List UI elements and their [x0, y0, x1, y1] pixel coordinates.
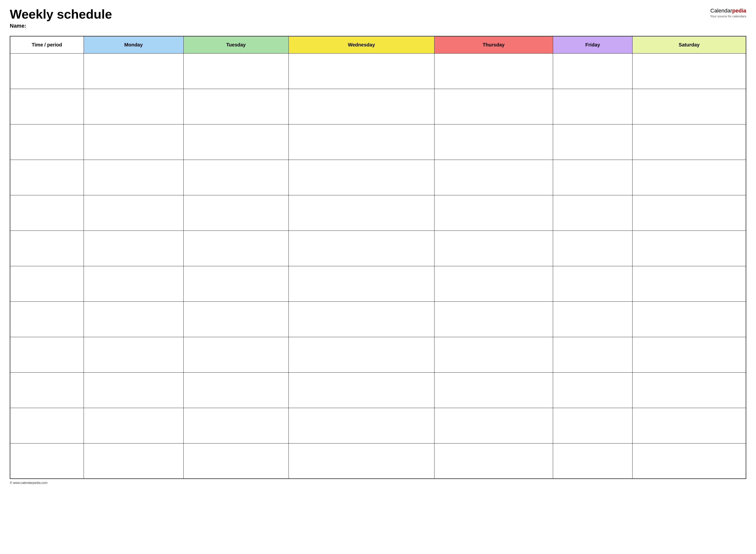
thursday-cell[interactable]: [434, 160, 553, 195]
saturday-cell[interactable]: [633, 53, 746, 89]
time-cell[interactable]: [10, 337, 84, 372]
tuesday-cell[interactable]: [183, 195, 288, 230]
wednesday-cell[interactable]: [288, 443, 434, 479]
saturday-cell[interactable]: [633, 124, 746, 160]
saturday-cell[interactable]: [633, 195, 746, 230]
tuesday-cell[interactable]: [183, 53, 288, 89]
time-cell[interactable]: [10, 266, 84, 301]
table-row: [10, 195, 746, 230]
wednesday-cell[interactable]: [288, 89, 434, 124]
friday-cell[interactable]: [553, 337, 632, 372]
thursday-cell[interactable]: [434, 372, 553, 408]
friday-cell[interactable]: [553, 195, 632, 230]
monday-cell[interactable]: [84, 408, 183, 443]
wednesday-cell[interactable]: [288, 53, 434, 89]
thursday-cell[interactable]: [434, 124, 553, 160]
friday-cell[interactable]: [553, 443, 632, 479]
saturday-cell[interactable]: [633, 443, 746, 479]
saturday-cell[interactable]: [633, 372, 746, 408]
time-cell[interactable]: [10, 443, 84, 479]
table-row: [10, 266, 746, 301]
thursday-cell[interactable]: [434, 89, 553, 124]
tuesday-cell[interactable]: [183, 89, 288, 124]
table-row: [10, 230, 746, 266]
thursday-cell[interactable]: [434, 443, 553, 479]
time-cell[interactable]: [10, 53, 84, 89]
thursday-cell[interactable]: [434, 408, 553, 443]
col-header-monday: Monday: [84, 36, 183, 53]
monday-cell[interactable]: [84, 372, 183, 408]
wednesday-cell[interactable]: [288, 230, 434, 266]
tuesday-cell[interactable]: [183, 372, 288, 408]
monday-cell[interactable]: [84, 443, 183, 479]
tuesday-cell[interactable]: [183, 124, 288, 160]
header-row: Time / period Monday Tuesday Wednesday T…: [10, 36, 746, 53]
tuesday-cell[interactable]: [183, 337, 288, 372]
tuesday-cell[interactable]: [183, 160, 288, 195]
wednesday-cell[interactable]: [288, 337, 434, 372]
logo-tagline: Your source for calendars: [710, 14, 746, 18]
col-header-friday: Friday: [553, 36, 632, 53]
time-cell[interactable]: [10, 195, 84, 230]
tuesday-cell[interactable]: [183, 443, 288, 479]
monday-cell[interactable]: [84, 337, 183, 372]
friday-cell[interactable]: [553, 408, 632, 443]
monday-cell[interactable]: [84, 195, 183, 230]
time-cell[interactable]: [10, 301, 84, 337]
col-header-tuesday: Tuesday: [183, 36, 288, 53]
saturday-cell[interactable]: [633, 266, 746, 301]
time-cell[interactable]: [10, 408, 84, 443]
friday-cell[interactable]: [553, 53, 632, 89]
col-header-saturday: Saturday: [633, 36, 746, 53]
saturday-cell[interactable]: [633, 230, 746, 266]
wednesday-cell[interactable]: [288, 195, 434, 230]
friday-cell[interactable]: [553, 89, 632, 124]
friday-cell[interactable]: [553, 124, 632, 160]
table-row: [10, 53, 746, 89]
thursday-cell[interactable]: [434, 230, 553, 266]
saturday-cell[interactable]: [633, 89, 746, 124]
friday-cell[interactable]: [553, 301, 632, 337]
thursday-cell[interactable]: [434, 53, 553, 89]
time-cell[interactable]: [10, 89, 84, 124]
time-cell[interactable]: [10, 160, 84, 195]
time-cell[interactable]: [10, 230, 84, 266]
monday-cell[interactable]: [84, 266, 183, 301]
table-row: [10, 443, 746, 479]
time-cell[interactable]: [10, 124, 84, 160]
monday-cell[interactable]: [84, 301, 183, 337]
logo-pedia-text: pedia: [732, 8, 746, 14]
logo-section: Calendarpedia Your source for calendars: [710, 7, 746, 18]
tuesday-cell[interactable]: [183, 408, 288, 443]
saturday-cell[interactable]: [633, 160, 746, 195]
saturday-cell[interactable]: [633, 408, 746, 443]
table-row: [10, 337, 746, 372]
thursday-cell[interactable]: [434, 337, 553, 372]
monday-cell[interactable]: [84, 89, 183, 124]
thursday-cell[interactable]: [434, 301, 553, 337]
monday-cell[interactable]: [84, 124, 183, 160]
wednesday-cell[interactable]: [288, 372, 434, 408]
friday-cell[interactable]: [553, 230, 632, 266]
thursday-cell[interactable]: [434, 195, 553, 230]
tuesday-cell[interactable]: [183, 301, 288, 337]
monday-cell[interactable]: [84, 160, 183, 195]
wednesday-cell[interactable]: [288, 408, 434, 443]
monday-cell[interactable]: [84, 53, 183, 89]
friday-cell[interactable]: [553, 160, 632, 195]
wednesday-cell[interactable]: [288, 160, 434, 195]
thursday-cell[interactable]: [434, 266, 553, 301]
tuesday-cell[interactable]: [183, 230, 288, 266]
friday-cell[interactable]: [553, 266, 632, 301]
tuesday-cell[interactable]: [183, 266, 288, 301]
table-row: [10, 372, 746, 408]
wednesday-cell[interactable]: [288, 266, 434, 301]
friday-cell[interactable]: [553, 372, 632, 408]
wednesday-cell[interactable]: [288, 124, 434, 160]
wednesday-cell[interactable]: [288, 301, 434, 337]
saturday-cell[interactable]: [633, 337, 746, 372]
title-section: Weekly schedule Name:: [10, 7, 112, 34]
saturday-cell[interactable]: [633, 301, 746, 337]
time-cell[interactable]: [10, 372, 84, 408]
monday-cell[interactable]: [84, 230, 183, 266]
